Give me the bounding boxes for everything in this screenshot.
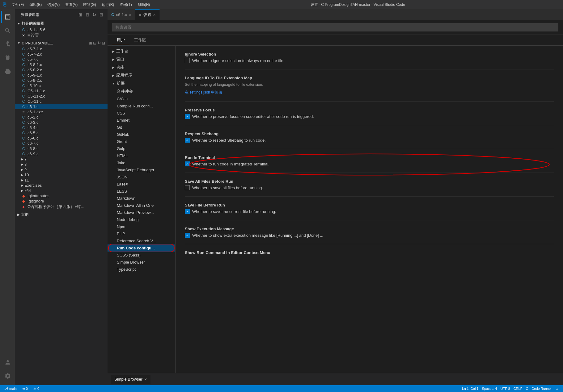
ignore-selection-checkbox[interactable]: [185, 58, 190, 63]
file-c6-1[interactable]: Cc6-1.c: [15, 104, 108, 109]
folder-x64[interactable]: ▶x64: [15, 188, 108, 193]
tree-github[interactable]: GitHub: [108, 131, 175, 138]
show-execution-checkbox[interactable]: [185, 233, 190, 238]
simple-browser-tab[interactable]: Simple Browser ×: [111, 375, 150, 384]
tree-extensions[interactable]: ▼扩展: [108, 79, 175, 87]
save-file-checkbox[interactable]: [185, 209, 190, 214]
tree-workbench[interactable]: ▶工作台: [108, 47, 175, 55]
activity-run-debug[interactable]: [1, 52, 14, 64]
activity-extensions[interactable]: [1, 65, 14, 77]
folder-8[interactable]: ▶8: [15, 162, 108, 167]
tree-merge-conflict[interactable]: 合并冲突: [108, 87, 175, 95]
folder-10[interactable]: ▶10: [15, 172, 108, 177]
file-c5-10[interactable]: Cc5-10.c: [15, 83, 108, 88]
activity-source-control[interactable]: [1, 38, 14, 50]
open-file-c6[interactable]: C c6-1.c 5-6: [15, 27, 108, 32]
status-errors[interactable]: ⊗ 0: [21, 387, 29, 391]
tree-app[interactable]: ▶应用程序: [108, 71, 175, 79]
tree-markdown[interactable]: Markdown: [108, 195, 175, 202]
menu-select[interactable]: 选择(V): [45, 2, 62, 8]
file-c6-3[interactable]: Cc6-3.c: [15, 120, 108, 125]
refresh-icon[interactable]: ↻: [91, 12, 97, 18]
open-editors-header[interactable]: ▼ 打开的编辑器: [15, 20, 108, 27]
tree-git[interactable]: Git: [108, 124, 175, 131]
status-branch[interactable]: ⎇ main: [3, 387, 18, 391]
menu-view[interactable]: 查看(V): [63, 2, 80, 8]
activity-explorer[interactable]: [1, 11, 14, 23]
file-book[interactable]: ▲C语言程序设计（第四版）+谭...: [15, 204, 108, 210]
tree-less[interactable]: LESS: [108, 188, 175, 195]
activity-search[interactable]: [1, 24, 14, 37]
status-spaces[interactable]: Spaces: 4: [481, 387, 498, 390]
tree-npm[interactable]: Npm: [108, 223, 175, 230]
file-c6-1-exe[interactable]: ≡c6-1.exe: [15, 109, 108, 115]
file-gitignore[interactable]: ◆.gitignore: [15, 198, 108, 204]
simple-browser-close-icon[interactable]: ×: [144, 377, 147, 382]
status-eol[interactable]: CRLF: [512, 387, 524, 390]
collapse-icon[interactable]: ⊡: [99, 12, 104, 18]
file-c5-7[interactable]: Cc5-7.c: [15, 57, 108, 62]
file-c6-6[interactable]: Cc6-6.c: [15, 136, 108, 141]
menu-terminal[interactable]: 终端(T): [117, 2, 134, 8]
file-c6-5[interactable]: Cc6-5.c: [15, 130, 108, 136]
menu-goto[interactable]: 转到(G): [81, 2, 98, 8]
file-c5-9-1[interactable]: Cc5-9-1.c: [15, 73, 108, 78]
refresh-btn[interactable]: ↻: [97, 41, 101, 45]
new-file-icon[interactable]: ⊞: [78, 12, 83, 18]
status-smiley[interactable]: ☺: [554, 387, 560, 390]
tree-html[interactable]: HTML: [108, 152, 175, 159]
folder-exercises[interactable]: ▶Exercises: [15, 183, 108, 188]
tab-c6[interactable]: C c6-1.c ×: [108, 9, 135, 20]
tree-scss[interactable]: SCSS (Sass): [108, 252, 175, 259]
save-all-files-checkbox[interactable]: [185, 185, 190, 190]
respect-shebang-checkbox[interactable]: [185, 138, 190, 143]
activity-account[interactable]: [1, 356, 14, 369]
menu-help[interactable]: 帮助(H): [135, 2, 153, 8]
outline-header[interactable]: ▶ 大纲: [15, 211, 108, 218]
new-folder-btn[interactable]: ⊟: [93, 41, 96, 45]
settings-tab-workspace[interactable]: 工作区: [129, 35, 151, 45]
file-c5-8-2[interactable]: Cc5-8-2.c: [15, 67, 108, 73]
collapse-btn[interactable]: ⊡: [102, 41, 105, 45]
menu-edit[interactable]: 编辑(E): [27, 2, 44, 8]
tree-latex[interactable]: LaTeX: [108, 181, 175, 188]
new-folder-icon[interactable]: ⊟: [85, 12, 91, 18]
tree-emmet[interactable]: Emmet: [108, 117, 175, 124]
tree-window[interactable]: ▶窗口: [108, 55, 175, 63]
open-settings[interactable]: ✕ ≡ 设置: [15, 32, 108, 39]
tab-settings[interactable]: ≡ 设置 ×: [135, 9, 160, 20]
menu-file[interactable]: 文件(F): [9, 2, 26, 8]
tree-php[interactable]: PHP: [108, 230, 175, 237]
file-c6-8[interactable]: Cc6-8.c: [15, 146, 108, 151]
tree-features[interactable]: ▶功能: [108, 63, 175, 71]
tree-gulp[interactable]: Gulp: [108, 145, 175, 152]
tree-simple-browser[interactable]: Simple Browser: [108, 259, 175, 266]
tree-compile-run[interactable]: Compile Run confi...: [108, 102, 175, 110]
preserve-focus-checkbox[interactable]: [185, 114, 190, 119]
tree-typescript[interactable]: TypeScript: [108, 266, 175, 273]
new-file-btn[interactable]: ⊞: [89, 41, 92, 45]
tree-grunt[interactable]: Grunt: [108, 138, 175, 145]
tree-markdown-preview[interactable]: Markdown Preview...: [108, 209, 175, 216]
file-c5-11[interactable]: CC5-11.c: [15, 99, 108, 104]
settings-tab-user[interactable]: 用户: [112, 35, 129, 45]
file-c6-7[interactable]: Cc6-7.c: [15, 141, 108, 146]
status-code-runner[interactable]: Code Runner: [530, 387, 553, 390]
folder-9[interactable]: ▶9: [15, 167, 108, 172]
tree-js-debugger[interactable]: JavaScript Debugger: [108, 166, 175, 173]
status-encoding[interactable]: UTF-8: [499, 387, 511, 390]
file-c6-2[interactable]: Cc6-2.c: [15, 115, 108, 120]
file-c6-9[interactable]: Cc6-9.c: [15, 151, 108, 156]
file-gitattributes[interactable]: ◆.gitattributes: [15, 193, 108, 198]
tree-run-code[interactable]: Run Code configu...: [108, 244, 175, 252]
tree-jake[interactable]: Jake: [108, 159, 175, 166]
file-c5-7-2[interactable]: Cc5-7-2.c: [15, 52, 108, 57]
file-c5-7-1[interactable]: Cc5-7-1.c: [15, 46, 108, 52]
tab-c6-close[interactable]: ×: [129, 12, 131, 17]
folder-11[interactable]: ▶11: [15, 177, 108, 183]
language-id-link[interactable]: 在 settings.json 中编辑: [185, 90, 222, 94]
status-warnings[interactable]: ⚠ 0: [32, 387, 40, 391]
activity-settings[interactable]: [1, 370, 14, 382]
status-language[interactable]: C: [524, 387, 529, 390]
tab-settings-close[interactable]: ×: [153, 12, 156, 17]
